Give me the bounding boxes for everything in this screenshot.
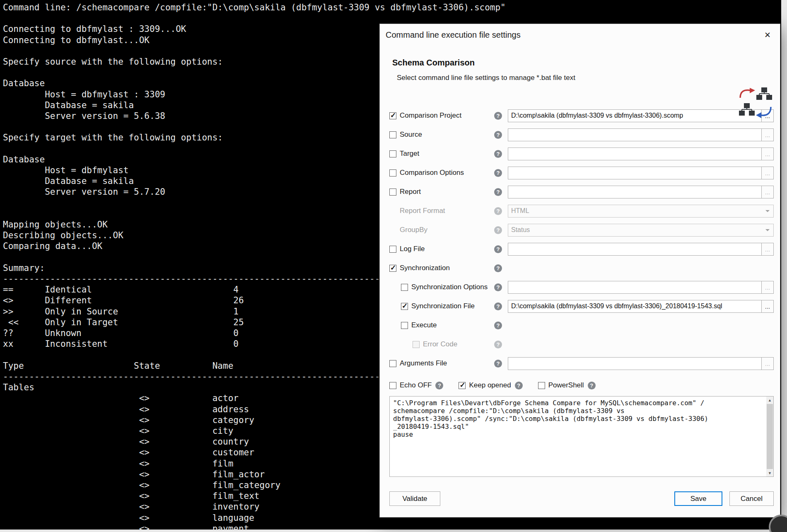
bat-file-preview[interactable]: "C:\Program Files\Devart\dbForge Schema … — [389, 396, 774, 477]
groupby-dropdown: Status — [508, 224, 774, 237]
help-icon[interactable]: ? — [494, 264, 502, 272]
row-groupby: GroupBy ? Status — [389, 220, 774, 239]
target-checkbox[interactable] — [389, 150, 396, 157]
synchronization-file-checkbox[interactable] — [401, 303, 408, 310]
arguments-file-browse-button[interactable]: ... — [761, 357, 774, 370]
echo-off-option: Echo OFF ? — [389, 381, 443, 389]
comparison-options-input[interactable] — [508, 167, 761, 179]
cancel-button[interactable]: Cancel — [729, 491, 774, 506]
target-label: Target — [400, 150, 419, 158]
report-browse-button[interactable]: ... — [761, 186, 774, 198]
synchronization-label: Synchronization — [400, 264, 450, 272]
dialog-titlebar[interactable]: Command line execution file settings ✕ — [380, 24, 780, 46]
echo-off-checkbox[interactable] — [389, 382, 396, 389]
echo-off-label: Echo OFF — [400, 381, 432, 389]
synchronization-file-browse-button[interactable]: ... — [761, 300, 774, 313]
comparison-options-checkbox[interactable] — [389, 169, 396, 177]
help-icon[interactable]: ? — [494, 341, 502, 348]
help-icon[interactable]: ? — [494, 207, 502, 215]
powershell-option: PowerShell ? — [538, 381, 596, 389]
row-synchronization: Synchronization ? — [389, 259, 774, 278]
dialog-subtitle: Select command line file settings to man… — [397, 74, 769, 82]
error-code-label: Error Code — [423, 340, 457, 348]
help-icon[interactable]: ? — [494, 150, 502, 158]
help-icon[interactable]: ? — [494, 322, 502, 329]
comparison-options-browse-button[interactable]: ... — [761, 167, 774, 179]
help-icon[interactable]: ? — [494, 360, 502, 368]
row-report: Report ? ... — [389, 182, 774, 201]
synchronization-options-checkbox[interactable] — [401, 284, 408, 291]
keep-opened-option: Keep opened ? — [459, 381, 522, 389]
source-input[interactable] — [508, 128, 761, 141]
help-icon[interactable]: ? — [494, 226, 502, 234]
target-browse-button[interactable]: ... — [761, 148, 774, 160]
report-format-value: HTML — [511, 207, 529, 215]
keep-opened-label: Keep opened — [469, 381, 511, 389]
close-icon[interactable]: ✕ — [762, 29, 773, 41]
log-file-browse-button[interactable]: ... — [761, 243, 774, 256]
execute-label: Execute — [411, 321, 437, 329]
comparison-project-checkbox[interactable] — [389, 112, 396, 119]
scroll-up-icon[interactable]: ▲ — [766, 397, 773, 404]
scrollbar-thumb[interactable] — [766, 404, 773, 469]
target-input[interactable] — [508, 148, 761, 160]
source-checkbox[interactable] — [389, 131, 396, 138]
execute-checkbox[interactable] — [401, 322, 408, 329]
row-report-format: Report Format ? HTML — [389, 201, 774, 220]
source-label: Source — [400, 131, 422, 139]
row-arguments-file: Arguments File ? ... — [389, 354, 774, 373]
schema-comparison-heading: Schema Comparison — [392, 58, 769, 68]
validate-button[interactable]: Validate — [389, 491, 440, 506]
row-error-code: Error Code ? — [389, 335, 774, 354]
arguments-file-label: Arguments File — [400, 359, 447, 368]
schema-sync-icon — [738, 87, 773, 118]
powershell-checkbox[interactable] — [538, 382, 545, 389]
comparison-project-label: Comparison Project — [400, 111, 461, 120]
help-icon[interactable]: ? — [588, 382, 596, 389]
powershell-label: PowerShell — [548, 381, 584, 389]
row-comparison-options: Comparison Options ? ... — [389, 163, 774, 182]
log-file-label: Log File — [400, 245, 425, 253]
report-checkbox[interactable] — [389, 189, 396, 196]
row-target: Target ? ... — [389, 144, 774, 163]
synchronization-checkbox[interactable] — [389, 265, 396, 272]
report-input[interactable] — [508, 186, 761, 198]
keep-opened-checkbox[interactable] — [459, 382, 466, 389]
synchronization-options-browse-button[interactable]: ... — [761, 281, 774, 294]
synchronization-options-label: Synchronization Options — [411, 283, 488, 291]
source-browse-button[interactable]: ... — [761, 128, 774, 141]
help-icon[interactable]: ? — [435, 382, 443, 389]
row-source: Source ? ... — [389, 125, 774, 144]
row-synchronization-options: Synchronization Options ? ... — [389, 278, 774, 297]
help-icon[interactable]: ? — [494, 245, 502, 253]
help-icon[interactable]: ? — [515, 382, 523, 389]
error-code-checkbox — [413, 341, 420, 348]
dialog-header: Schema Comparison Select command line fi… — [380, 46, 780, 82]
groupby-label: GroupBy — [400, 226, 427, 234]
report-label: Report — [400, 188, 421, 196]
scroll-down-icon[interactable]: ▼ — [766, 469, 773, 476]
help-icon[interactable]: ? — [494, 169, 502, 177]
report-format-dropdown: HTML — [508, 205, 774, 218]
help-icon[interactable]: ? — [494, 302, 502, 310]
command-line-settings-dialog: Command line execution file settings ✕ S… — [379, 24, 780, 517]
bat-scrollbar[interactable]: ▲ ▼ — [766, 397, 773, 476]
comparison-project-input[interactable] — [508, 109, 761, 122]
report-format-label: Report Format — [400, 207, 445, 215]
comparison-options-label: Comparison Options — [400, 169, 464, 177]
dialog-title: Command line execution file settings — [386, 30, 521, 40]
log-file-checkbox[interactable] — [389, 246, 396, 253]
arguments-file-checkbox[interactable] — [389, 360, 396, 367]
synchronization-file-input[interactable] — [508, 300, 761, 313]
help-icon[interactable]: ? — [494, 112, 502, 120]
bat-options-row: Echo OFF ? Keep opened ? PowerShell ? — [389, 378, 774, 393]
settings-form: Comparison Project ? ... Source ? ... Ta… — [380, 106, 780, 373]
save-button[interactable]: Save — [674, 491, 722, 506]
help-icon[interactable]: ? — [494, 283, 502, 291]
help-icon[interactable]: ? — [494, 188, 502, 196]
bat-file-text[interactable]: "C:\Program Files\Devart\dbForge Schema … — [390, 397, 766, 476]
help-icon[interactable]: ? — [494, 131, 502, 139]
synchronization-options-input[interactable] — [508, 281, 761, 294]
log-file-input[interactable] — [508, 243, 761, 256]
arguments-file-input[interactable] — [508, 357, 761, 370]
